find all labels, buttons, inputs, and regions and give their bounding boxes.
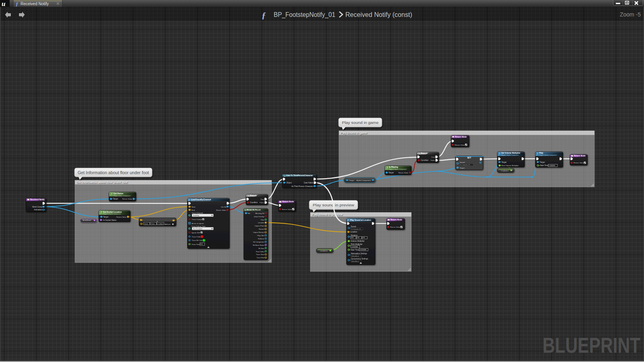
svg-text:Attenuation Settings: Attenuation Settings [351, 253, 367, 255]
svg-text:ƒ: ƒ [262, 10, 266, 20]
svg-text:BoneName: BoneName [83, 219, 92, 221]
svg-text:Impact Normal: Impact Normal [253, 231, 264, 233]
svg-text:S_Concrete_Fl...: S_Concrete_Fl... [460, 164, 471, 166]
svg-text:Hit Actor: Hit Actor [258, 238, 264, 240]
svg-text:Target: Target [113, 198, 118, 200]
svg-text:X 0.0: X 0.0 [144, 223, 148, 225]
svg-text:Actors to Ignore: Actors to Ignore [192, 222, 204, 224]
svg-text:Draw Debug Type: Draw Debug Type [192, 225, 206, 227]
svg-text:True: True [431, 156, 435, 158]
svg-text:Target is Audio Component: Target is Audio Component [539, 154, 557, 156]
svg-text:Pitch Multiplier: Pitch Multiplier [351, 243, 363, 245]
svg-text:BLUEPRINT: BLUEPRINT [543, 333, 640, 357]
svg-text:Phys Mat: Phys Mat [257, 234, 264, 237]
svg-text:Target is Scene Component: Target is Scene Component [103, 213, 121, 215]
svg-text:Play Sound at Location: Play Sound at Location [350, 219, 371, 221]
svg-text:True: True [260, 198, 264, 200]
svg-text:Get Information about floor un: Get Information about floor under foot [76, 181, 128, 184]
svg-text:Start Time: Start Time [540, 165, 549, 167]
svg-text:Return Value: Return Value [574, 162, 584, 164]
svg-text:Normal: Normal [259, 228, 264, 230]
svg-text:Target is Audio Component: Target is Audio Component [502, 154, 519, 156]
svg-text:Target: Target [460, 167, 465, 169]
svg-text:Return Value: Return Value [455, 144, 465, 146]
svg-text:Target: Target [349, 179, 355, 181]
svg-text:Mesh Comp: Mesh Comp [32, 206, 42, 208]
svg-text:Initial Overlap: Initial Overlap [254, 216, 264, 218]
svg-text:Location: Location [351, 231, 358, 233]
svg-text:Get Owner: Get Owner [114, 193, 123, 195]
svg-text:Select Asset: Select Asset [351, 255, 359, 257]
svg-text:Impact Point: Impact Point [255, 225, 264, 227]
svg-text:Return Value: Return Value [116, 216, 126, 218]
svg-text:Set Volume Multiplier: Set Volume Multiplier [502, 152, 520, 154]
svg-text:Trace Hit Color: Trace Hit Color [192, 239, 203, 241]
svg-text:Branch: Branch [421, 152, 428, 154]
svg-text:BP_FootstepNotify_01: BP_FootstepNotify_01 [274, 11, 335, 19]
svg-text:Target: Target [103, 216, 109, 218]
svg-text:Rotation: Rotation [351, 234, 358, 237]
svg-text:Trace End: Trace End [256, 257, 264, 259]
svg-text:Return Node: Return Node [282, 201, 294, 203]
svg-text:Condition: Condition [421, 159, 429, 161]
svg-text:Return Value: Return Value [282, 208, 292, 210]
svg-text:Draw Time: Draw Time [192, 243, 200, 245]
svg-text:For Duration: For Duration [193, 228, 203, 230]
svg-text:Return Value: Return Value [398, 172, 409, 174]
svg-text:0.000000: 0.000000 [360, 249, 366, 251]
svg-text:0.0: 0.0 [200, 243, 202, 245]
svg-text:Object: Object [287, 182, 292, 184]
svg-text:Return Value: Return Value [390, 226, 400, 228]
svg-text:LineTraceByChannel: LineTraceByChannel [191, 198, 211, 201]
svg-text:Trace Channel: Trace Channel [192, 212, 203, 214]
svg-text:ƒ: ƒ [189, 199, 190, 202]
svg-text:Add pin: Add pin [165, 223, 171, 225]
svg-text:Return Value: Return Value [122, 198, 132, 200]
svg-text:Get Socket Location: Get Socket Location [103, 211, 122, 213]
svg-text:New Volume Multiplier: New Volume Multiplier [502, 165, 519, 167]
svg-text:Received Notify: Received Notify [21, 2, 49, 6]
svg-text:u: u [2, 0, 5, 8]
svg-text:ƒ: ƒ [111, 192, 113, 195]
svg-text:Received Notify: Received Notify [30, 199, 45, 201]
svg-text:Sound: Sound [460, 161, 465, 163]
svg-text:Start Time: Start Time [351, 249, 359, 251]
svg-text:ƒ: ƒ [387, 166, 388, 169]
svg-text:ƒ: ƒ [348, 219, 349, 222]
svg-text:Return Node: Return Node [390, 219, 402, 221]
svg-text:Target: Target [540, 161, 545, 163]
svg-text:Y 0.0: Y 0.0 [151, 223, 155, 225]
svg-text:Trace Start: Trace Start [256, 253, 264, 255]
svg-text:Target: Target [389, 172, 394, 174]
svg-text:Location: Location [258, 222, 265, 224]
svg-text:Return Node: Return Node [574, 155, 586, 157]
svg-text:Play sound in game: Play sound in game [341, 131, 367, 135]
svg-text:Hit Bone Name: Hit Bone Name [253, 244, 264, 246]
svg-text:Audio Component: Audio Component [357, 179, 371, 181]
svg-text:Loudness: Loudness [501, 170, 508, 172]
svg-text:In Socket Name: In Socket Name [103, 219, 117, 221]
svg-text:Return Value: Return Value [216, 209, 226, 211]
svg-text:Z -150.0: Z -150.0 [157, 223, 163, 225]
svg-text:Condition: Condition [250, 202, 258, 204]
svg-text:Ignore Self: Ignore Self [192, 232, 200, 234]
svg-text:S_Concrete_01...: S_Concrete_01... [351, 228, 362, 230]
svg-text:Start: Start [192, 206, 196, 208]
svg-text:Hit Item: Hit Item [258, 247, 264, 249]
svg-text:Face Index: Face Index [256, 251, 265, 253]
svg-text:Play sound in preview: Play sound in preview [312, 213, 343, 216]
svg-text:1.000000: 1.000000 [351, 246, 358, 248]
svg-text:Concurrency Settings: Concurrency Settings [351, 258, 369, 260]
svg-text:End: End [192, 209, 195, 211]
svg-text:Animation: Animation [34, 209, 43, 211]
svg-text:ƒ: ƒ [101, 211, 102, 214]
svg-text:Is Playing: Is Playing [389, 166, 398, 168]
svg-text:Time: Time [260, 219, 264, 221]
svg-text:SET: SET [467, 156, 472, 159]
svg-text:Cast Failed: Cast Failed [304, 182, 314, 184]
svg-text:Break Hit Result: Break Hit Result [247, 209, 261, 211]
svg-text:Branch: Branch [250, 195, 257, 197]
svg-text:Volume Multiplier: Volume Multiplier [351, 240, 365, 242]
svg-text:Visibility: Visibility [193, 214, 200, 216]
svg-text:False: False [260, 202, 264, 204]
